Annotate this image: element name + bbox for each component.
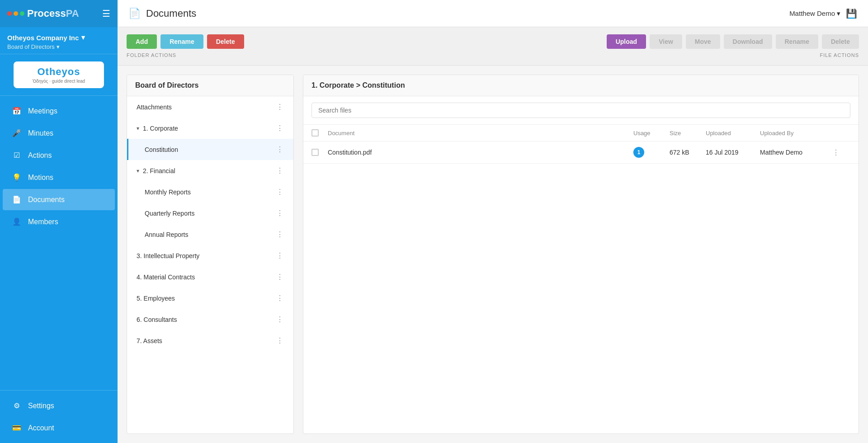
download-button[interactable]: Download [724, 34, 772, 49]
dot-green [20, 11, 24, 16]
sidebar-item-motions[interactable]: 💡 Motions [3, 167, 115, 188]
folder-item-material-contracts[interactable]: 4. Material Contracts ⋮ [127, 266, 293, 287]
file-panel: 1. Corporate > Constitution Document Usa… [303, 75, 859, 434]
folder-more-icon-ip[interactable]: ⋮ [274, 250, 285, 261]
folder-item-consultants[interactable]: 6. Consultants ⋮ [127, 309, 293, 330]
members-icon: 👤 [12, 217, 22, 226]
folder-item-financial[interactable]: ▾ 2. Financial ⋮ [127, 160, 293, 181]
sidebar-item-members[interactable]: 👤 Members [3, 211, 115, 232]
folder-item-intellectual-property[interactable]: 3. Intellectual Property ⋮ [127, 245, 293, 266]
delete-folder-button[interactable]: Delete [207, 34, 244, 49]
view-button[interactable]: View [650, 34, 682, 49]
folder-more-icon-constitution[interactable]: ⋮ [274, 144, 285, 155]
file-usage: 1 [633, 147, 670, 158]
folder-more-icon-quarterly[interactable]: ⋮ [274, 208, 285, 218]
financial-chevron: ▾ [137, 168, 139, 174]
sidebar-item-settings[interactable]: ⚙ Settings [3, 395, 115, 416]
folder-actions-group: Add Rename Delete FOLDER ACTIONS [127, 34, 244, 58]
delete-file-button[interactable]: Delete [822, 34, 859, 49]
folder-more-icon-consultants[interactable]: ⋮ [274, 314, 285, 325]
folder-item-left: 6. Consultants [137, 316, 177, 323]
logo-dots [7, 11, 24, 16]
folder-more-icon-corporate[interactable]: ⋮ [274, 123, 285, 133]
user-name[interactable]: Matthew Demo ▾ [789, 9, 840, 18]
hamburger-icon[interactable]: ☰ [102, 8, 110, 19]
upload-button[interactable]: Upload [607, 34, 646, 49]
file-row[interactable]: Constitution.pdf 1 672 kB 16 Jul 2019 Ma… [303, 141, 859, 164]
search-area [303, 96, 859, 125]
user-name-text: Matthew Demo [789, 9, 835, 17]
org-logo-name: Otheyos [23, 66, 95, 78]
folder-item-left: Attachments [137, 104, 172, 111]
rename-file-button[interactable]: Rename [776, 34, 818, 49]
folder-item-left: 5. Employees [137, 295, 175, 302]
file-uploaded: 16 Jul 2019 [706, 149, 760, 156]
actions-icon: ☑ [12, 151, 22, 160]
actions-label: Actions [28, 151, 52, 160]
folder-more-icon-monthly[interactable]: ⋮ [274, 187, 285, 197]
folder-item-assets[interactable]: 7. Assets ⋮ [127, 330, 293, 351]
folder-item-left: Monthly Reports [145, 189, 191, 196]
sidebar-item-account[interactable]: 💳 Account [3, 417, 115, 438]
folder-item-attachments[interactable]: Attachments ⋮ [127, 96, 293, 118]
move-button[interactable]: Move [686, 34, 720, 49]
folder-more-icon-attachments[interactable]: ⋮ [274, 102, 285, 112]
folder-item-quarterly-reports[interactable]: Quarterly Reports ⋮ [127, 203, 293, 224]
sidebar-item-actions[interactable]: ☑ Actions [3, 145, 115, 166]
documents-icon: 📄 [12, 195, 22, 204]
sidebar-item-minutes[interactable]: 🎤 Minutes [3, 123, 115, 144]
save-icon[interactable]: 💾 [846, 8, 857, 19]
folder-item-monthly-reports[interactable]: Monthly Reports ⋮ [127, 181, 293, 203]
main-content: 📄 Documents Matthew Demo ▾ 💾 Add Rename … [118, 0, 868, 443]
dot-red [7, 11, 12, 16]
topbar: 📄 Documents Matthew Demo ▾ 💾 [118, 0, 868, 27]
org-logo-area: Otheyos Ὁδηγός · guide direct lead [0, 54, 118, 96]
nav-items: 📅 Meetings 🎤 Minutes ☑ Actions 💡 Motions… [0, 96, 118, 390]
folder-more-icon-annual[interactable]: ⋮ [274, 229, 285, 240]
account-icon: 💳 [12, 424, 22, 432]
folder-more-icon-financial[interactable]: ⋮ [274, 165, 285, 176]
meetings-icon: 📅 [12, 107, 22, 115]
file-table: Document Usage Size Uploaded Uploaded By… [303, 125, 859, 434]
annual-reports-label: Annual Reports [145, 231, 189, 238]
folder-item-employees[interactable]: 5. Employees ⋮ [127, 287, 293, 309]
folder-list: Attachments ⋮ ▾ 1. Corporate ⋮ Constitut… [127, 96, 293, 434]
page-title-area: 📄 Documents [128, 8, 196, 19]
folder-more-icon-assets[interactable]: ⋮ [274, 335, 285, 346]
folder-more-icon-mc[interactable]: ⋮ [274, 272, 285, 282]
folder-item-corporate[interactable]: ▾ 1. Corporate ⋮ [127, 118, 293, 139]
assets-label: 7. Assets [137, 337, 162, 344]
employees-label: 5. Employees [137, 295, 175, 302]
rename-folder-button[interactable]: Rename [160, 34, 203, 49]
logo-pa: PA [66, 8, 79, 19]
board-name[interactable]: Board of Directors ▾ [7, 43, 110, 50]
company-name[interactable]: Otheyos Company Inc ▾ [7, 33, 110, 42]
dot-yellow [14, 11, 18, 16]
material-contracts-label: 4. Material Contracts [137, 273, 195, 281]
constitution-label: Constitution [145, 146, 178, 153]
file-checkbox[interactable] [311, 149, 328, 156]
topbar-right: Matthew Demo ▾ 💾 [789, 8, 857, 19]
corporate-label: 1. Corporate [143, 125, 178, 132]
header-size: Size [670, 130, 706, 137]
account-label: Account [28, 424, 54, 432]
folder-item-constitution[interactable]: Constitution ⋮ [127, 139, 293, 160]
documents-label: Documents [28, 196, 65, 204]
sidebar-item-documents[interactable]: 📄 Documents [3, 189, 115, 210]
folder-item-annual-reports[interactable]: Annual Reports ⋮ [127, 224, 293, 245]
folder-more-icon-employees[interactable]: ⋮ [274, 293, 285, 303]
file-size: 672 kB [670, 149, 706, 156]
file-more[interactable]: ⋮ [832, 148, 850, 157]
add-folder-button[interactable]: Add [127, 34, 157, 49]
settings-icon: ⚙ [12, 401, 22, 410]
file-actions-group: Upload View Move Download Rename Delete … [607, 34, 859, 58]
page-title: Documents [146, 8, 196, 19]
header-checkbox[interactable] [311, 129, 328, 137]
sidebar-header: ProcessPA ☰ [0, 0, 118, 27]
folder-item-left: 7. Assets [137, 337, 162, 344]
folder-item-left: Constitution [145, 146, 178, 153]
sidebar-item-meetings[interactable]: 📅 Meetings [3, 100, 115, 122]
folder-item-left: 4. Material Contracts [137, 273, 195, 281]
search-input[interactable] [311, 103, 850, 118]
intellectual-property-label: 3. Intellectual Property [137, 252, 199, 259]
